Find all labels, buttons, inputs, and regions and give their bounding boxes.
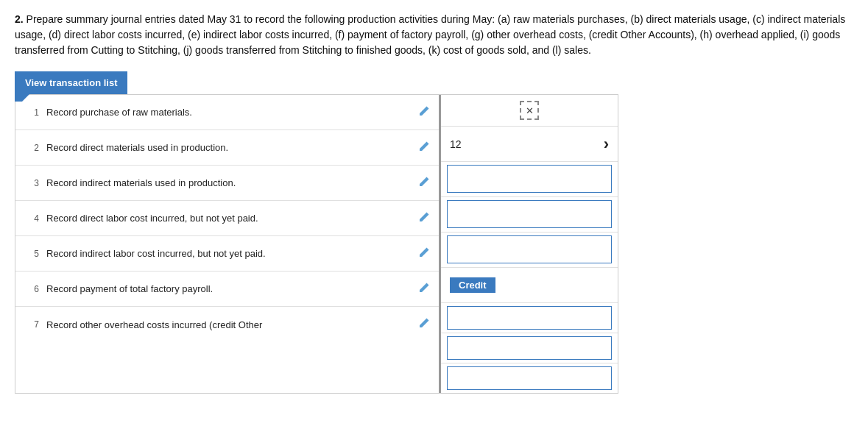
- credit-input-3[interactable]: [447, 366, 612, 390]
- table-row: 3 Record indirect materials used in prod…: [15, 166, 439, 201]
- debit-input-1[interactable]: [447, 165, 612, 193]
- main-panel: 1 Record purchase of raw materials. 2 Re…: [15, 94, 618, 394]
- table-row: 6 Record payment of total factory payrol…: [15, 272, 439, 307]
- credit-input-2[interactable]: [447, 336, 612, 360]
- table-row: 2 Record direct materials used in produc…: [15, 130, 439, 166]
- edit-icon[interactable]: [418, 176, 433, 191]
- edit-icon[interactable]: [418, 246, 433, 261]
- tab-triangle: [15, 94, 29, 102]
- credit-input-1[interactable]: [447, 306, 612, 330]
- entry-number: 12: [450, 138, 604, 150]
- debit-input-2[interactable]: [447, 200, 612, 228]
- credit-input-row-3: [441, 363, 618, 393]
- table-row: 4 Record direct labor cost incurred, but…: [15, 201, 439, 236]
- question-number: 2.: [15, 13, 24, 25]
- close-button[interactable]: ✕: [520, 101, 539, 120]
- row-text: Record purchase of raw materials.: [46, 107, 412, 118]
- close-row: ✕: [441, 95, 618, 127]
- edit-icon[interactable]: [418, 211, 433, 226]
- table-row: 5 Record indirect labor cost incurred, b…: [15, 236, 439, 272]
- row-text: Record payment of total factory payroll.: [46, 283, 412, 294]
- row-number: 5: [21, 249, 39, 259]
- blank-input-row-1: [441, 162, 618, 197]
- row-text: Record direct labor cost incurred, but n…: [46, 213, 412, 224]
- row-number: 7: [21, 319, 39, 330]
- button-row: View transaction list: [15, 71, 127, 94]
- intro-text: 2. Prepare summary journal entries dated…: [15, 12, 853, 58]
- credit-input-row-1: [441, 303, 618, 333]
- row-number: 1: [21, 107, 39, 118]
- blank-input-row-3: [441, 233, 618, 268]
- table-row: 1 Record purchase of raw materials.: [15, 95, 439, 130]
- row-text: Record direct materials used in producti…: [46, 142, 412, 153]
- row-number: 3: [21, 178, 39, 188]
- edit-icon[interactable]: [418, 105, 433, 120]
- table-row: 7 Record other overhead costs incurred (…: [15, 307, 439, 342]
- view-transaction-button[interactable]: View transaction list: [15, 71, 127, 94]
- edit-icon[interactable]: [418, 317, 433, 332]
- row-text: Record other overhead costs incurred (cr…: [46, 319, 412, 330]
- row-number: 6: [21, 284, 39, 294]
- entry-number-row: 12 ›: [441, 127, 618, 162]
- right-panel: ✕ 12 › Credit: [441, 95, 618, 393]
- credit-input-row-2: [441, 333, 618, 363]
- chevron-right-icon[interactable]: ›: [604, 135, 609, 154]
- row-number: 2: [21, 143, 39, 153]
- row-number: 4: [21, 213, 39, 224]
- journal-list: 1 Record purchase of raw materials. 2 Re…: [15, 95, 441, 393]
- credit-badge: Credit: [450, 277, 495, 293]
- page-container: 2. Prepare summary journal entries dated…: [0, 0, 868, 394]
- debit-input-3[interactable]: [447, 235, 612, 263]
- credit-row: Credit: [441, 268, 618, 303]
- edit-icon[interactable]: [418, 141, 433, 155]
- row-text: Record indirect materials used in produc…: [46, 177, 412, 188]
- blank-input-row-2: [441, 197, 618, 233]
- row-text: Record indirect labor cost incurred, but…: [46, 248, 412, 259]
- close-icon: ✕: [526, 105, 534, 116]
- edit-icon[interactable]: [418, 282, 433, 297]
